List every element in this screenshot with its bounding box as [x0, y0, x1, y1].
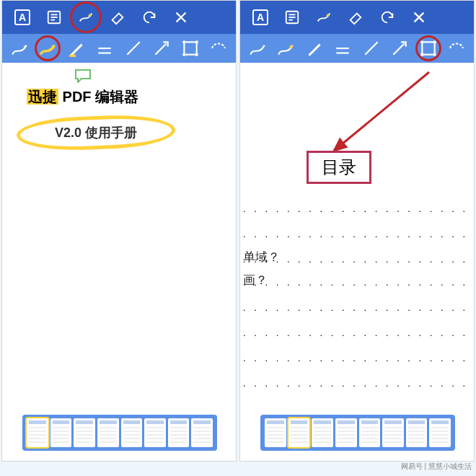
page-thumbnails[interactable]	[260, 415, 455, 451]
tool-freehand-hl[interactable]	[275, 38, 296, 59]
tool-highlighter[interactable]	[304, 38, 325, 59]
annotation-toolbar	[240, 34, 474, 63]
topbar: A	[240, 1, 474, 34]
dotted-line: . . . . . . . . . . . . . . . . . . . . …	[243, 254, 471, 264]
svg-point-7	[24, 45, 26, 48]
thumb-page[interactable]	[312, 418, 333, 447]
svg-point-26	[290, 45, 293, 48]
thumb-page[interactable]	[265, 418, 286, 447]
thumb-page[interactable]	[406, 418, 428, 447]
annotation-toolbar	[2, 34, 236, 63]
note-tool[interactable]	[281, 6, 303, 28]
annotation-arrow	[305, 70, 449, 164]
svg-point-34	[420, 53, 423, 56]
svg-rect-31	[422, 42, 434, 54]
eraser-tool[interactable]	[345, 6, 366, 28]
title-line: 迅捷 PDF 编辑器	[27, 87, 138, 107]
phone-left: A 迅捷 PDF 编辑器 V2.0 使用手册	[1, 0, 237, 462]
phone-right: A 目录 . . . . . . . . . . . . . . . . . .…	[239, 0, 475, 462]
speech-bubble-icon	[74, 69, 92, 86]
watermark: 网易号 | 慧慧小城生活	[401, 462, 472, 472]
text-tool[interactable]: A	[250, 6, 271, 28]
svg-rect-14	[184, 42, 196, 54]
svg-line-13	[156, 44, 167, 55]
thumb-page[interactable]	[382, 418, 404, 447]
tool-pen[interactable]	[9, 38, 30, 59]
tool-underline[interactable]	[94, 38, 115, 59]
thumb-page[interactable]	[359, 418, 381, 447]
thumb-page[interactable]	[74, 418, 95, 447]
document-area[interactable]: 迅捷 PDF 编辑器 V2.0 使用手册	[2, 63, 236, 461]
tool-line[interactable]	[123, 38, 144, 59]
note-tool[interactable]	[43, 6, 65, 28]
dotted-line: . . . . . . . . . . . . . . . . . . . . …	[243, 229, 471, 239]
text-tool[interactable]: A	[12, 6, 33, 28]
dotted-line: . . . . . . . . . . . . . . . . . . . . …	[243, 277, 471, 287]
tool-line[interactable]	[361, 38, 382, 59]
svg-line-29	[365, 42, 377, 54]
topbar: A	[2, 1, 236, 34]
tool-freehand-hl[interactable]	[37, 38, 58, 59]
eraser-tool[interactable]	[107, 6, 128, 28]
svg-point-23	[327, 14, 330, 17]
tool-arrow[interactable]	[389, 38, 410, 59]
svg-point-17	[182, 53, 185, 56]
dotted-line: . . . . . . . . . . . . . . . . . . . . …	[243, 302, 471, 312]
thumb-page[interactable]	[121, 418, 143, 447]
svg-point-35	[433, 53, 436, 56]
thumb-page[interactable]	[168, 418, 190, 447]
tool-pen[interactable]	[247, 38, 268, 59]
tool-underline[interactable]	[332, 38, 353, 59]
svg-point-33	[433, 40, 436, 43]
page-thumbnails[interactable]	[22, 415, 217, 451]
svg-line-30	[394, 44, 405, 55]
dotted-line: . . . . . . . . . . . . . . . . . . . . …	[243, 353, 471, 363]
dotted-line: . . . . . . . . . . . . . . . . . . . . …	[243, 378, 471, 388]
svg-point-8	[52, 45, 55, 48]
thumb-page[interactable]	[191, 418, 213, 447]
tool-circle-select[interactable]	[208, 38, 229, 59]
dotted-line: . . . . . . . . . . . . . . . . . . . . …	[243, 203, 471, 213]
svg-point-16	[195, 40, 198, 43]
thumb-page[interactable]	[27, 418, 48, 447]
freehand-tool[interactable]	[313, 6, 335, 28]
svg-line-12	[127, 42, 139, 54]
tool-highlighter[interactable]	[66, 38, 87, 59]
dotted-line: . . . . . . . . . . . . . . . . . . . . …	[243, 327, 471, 338]
subtitle-highlight: V2.0 使用手册	[17, 116, 175, 149]
thumb-page[interactable]	[288, 418, 310, 447]
thumb-page[interactable]	[97, 418, 119, 447]
svg-point-4	[89, 14, 92, 17]
svg-point-15	[182, 40, 185, 43]
toc-box: 目录	[307, 151, 371, 184]
svg-point-18	[195, 53, 198, 56]
thumb-page[interactable]	[50, 418, 72, 447]
svg-line-36	[334, 72, 429, 151]
tool-rect-select[interactable]	[180, 38, 201, 59]
tool-rect-select[interactable]	[418, 38, 439, 59]
thumb-page[interactable]	[429, 418, 451, 447]
svg-rect-9	[69, 55, 76, 57]
svg-point-32	[420, 40, 423, 43]
undo-icon[interactable]	[138, 6, 160, 28]
undo-icon[interactable]	[376, 6, 398, 28]
thumb-page[interactable]	[144, 418, 166, 447]
tool-arrow[interactable]	[151, 38, 172, 59]
document-area[interactable]: 目录 . . . . . . . . . . . . . . . . . . .…	[240, 63, 474, 461]
freehand-tool[interactable]	[75, 6, 97, 28]
close-icon[interactable]	[170, 6, 192, 28]
close-icon[interactable]	[408, 6, 430, 28]
tool-circle-select[interactable]	[446, 38, 467, 59]
thumb-page[interactable]	[335, 418, 357, 447]
